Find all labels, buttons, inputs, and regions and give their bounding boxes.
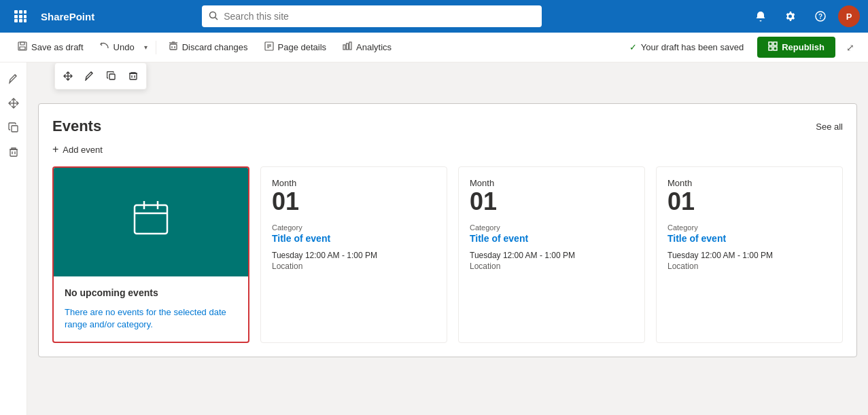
float-edit-button[interactable] [80,66,100,86]
main-layout: Events See all + Add event [0,62,868,415]
brand-name: SharePoint [41,11,94,22]
no-events-description: There are no events for the selected dat… [65,306,237,331]
events-grid: No upcoming events There are no events f… [52,166,843,343]
event-month-1: Month [272,178,436,188]
analytics-button[interactable]: Analytics [336,38,398,56]
event-month-2: Month [470,178,633,188]
event-title-3: Title of event [667,233,831,244]
svg-rect-16 [170,44,177,50]
checkmark-icon: ✓ [629,42,637,52]
svg-rect-37 [10,149,17,156]
republish-icon [768,41,778,53]
svg-point-9 [210,12,216,18]
event-day-3: 01 [667,188,831,215]
svg-rect-28 [769,42,772,46]
event-location-3: Location [667,261,831,271]
event-month-3: Month [667,178,831,188]
svg-line-42 [91,72,92,73]
avatar[interactable]: P [838,5,860,27]
event-title-1: Title of event [272,233,436,244]
search-icon [209,11,218,22]
left-sidebar [0,62,27,415]
event-day-2: 01 [470,188,633,215]
float-copy-button[interactable] [101,66,122,86]
settings-button[interactable] [778,4,803,29]
draft-saved-status: ✓ Your draft has been saved [629,42,744,52]
event-card-2[interactable]: Month 01 Category Title of event Tuesday… [458,166,645,343]
featured-card-image [54,168,248,276]
undo-dropdown-button[interactable]: ▾ [141,40,150,54]
add-event-button[interactable]: + Add event [52,143,103,156]
event-time-2: Tuesday 12:00 AM - 1:00 PM [470,251,633,260]
help-button[interactable]: ? [808,4,833,29]
svg-rect-3 [14,15,18,18]
nav-right-actions: ? P [748,4,860,29]
event-category-3: Category [667,223,831,232]
discard-button[interactable]: Discard changes [162,38,255,56]
svg-rect-29 [774,42,777,46]
svg-rect-31 [774,47,777,50]
svg-rect-35 [12,126,18,132]
float-move-button[interactable] [58,66,78,86]
event-time-3: Tuesday 12:00 AM - 1:00 PM [667,251,831,260]
event-title-2: Title of event [470,233,633,244]
svg-rect-48 [135,205,167,234]
search-input[interactable] [224,11,535,22]
top-navigation: SharePoint ? P [0,0,868,33]
sidebar-delete-icon[interactable] [3,141,24,163]
calendar-icon [129,197,173,248]
svg-rect-27 [349,42,351,50]
search-bar[interactable] [202,5,542,27]
content-area: Events See all + Add event [27,62,868,415]
no-events-title: No upcoming events [65,287,237,298]
undo-group: Undo ▾ [93,38,150,56]
discard-icon [169,41,178,53]
svg-rect-8 [24,19,27,22]
svg-rect-1 [19,10,22,14]
page-details-icon [264,41,274,53]
expand-button[interactable]: ⤢ [844,39,857,56]
svg-rect-45 [130,73,137,79]
waffle-menu-button[interactable] [8,4,33,29]
svg-rect-25 [343,45,345,50]
page-details-button[interactable]: Page details [258,38,334,56]
svg-text:?: ? [818,13,822,20]
event-category-2: Category [470,223,633,232]
svg-rect-0 [14,10,18,14]
event-day-1: 01 [272,188,436,215]
sidebar-copy-icon[interactable] [3,117,24,139]
svg-rect-30 [769,47,772,50]
toolbar-divider [156,41,156,54]
event-card-1[interactable]: Month 01 Category Title of event Tuesday… [260,166,447,343]
svg-line-10 [215,17,218,20]
svg-rect-14 [20,42,24,45]
sidebar-edit-icon[interactable] [3,68,24,90]
undo-button[interactable]: Undo [93,38,141,56]
notifications-button[interactable] [748,4,773,29]
add-icon: + [52,143,58,156]
republish-button[interactable]: Republish [757,37,835,58]
svg-rect-7 [19,19,22,22]
events-header: Events See all [52,118,843,135]
featured-card-content: No upcoming events There are no events f… [54,276,248,342]
edit-toolbar: Save as draft Undo ▾ Discard changes [0,33,868,62]
featured-event-card[interactable]: No upcoming events There are no events f… [52,166,249,343]
float-delete-button[interactable] [123,66,143,86]
event-location-1: Location [272,261,436,271]
event-card-3[interactable]: Month 01 Category Title of event Tuesday… [656,166,843,343]
svg-rect-5 [24,15,27,18]
svg-line-32 [15,75,16,76]
svg-rect-2 [24,10,27,14]
save-draft-button[interactable]: Save as draft [11,38,90,56]
svg-rect-26 [347,43,349,50]
undo-icon [100,41,109,53]
event-category-1: Category [272,223,436,232]
see-all-link[interactable]: See all [816,122,843,132]
svg-rect-6 [14,19,18,22]
sidebar-move-icon[interactable] [3,92,24,114]
svg-rect-4 [19,15,22,18]
events-webpart: Events See all + Add event [38,103,857,357]
svg-rect-15 [20,47,25,50]
event-time-1: Tuesday 12:00 AM - 1:00 PM [272,251,436,260]
analytics-icon [343,41,352,53]
